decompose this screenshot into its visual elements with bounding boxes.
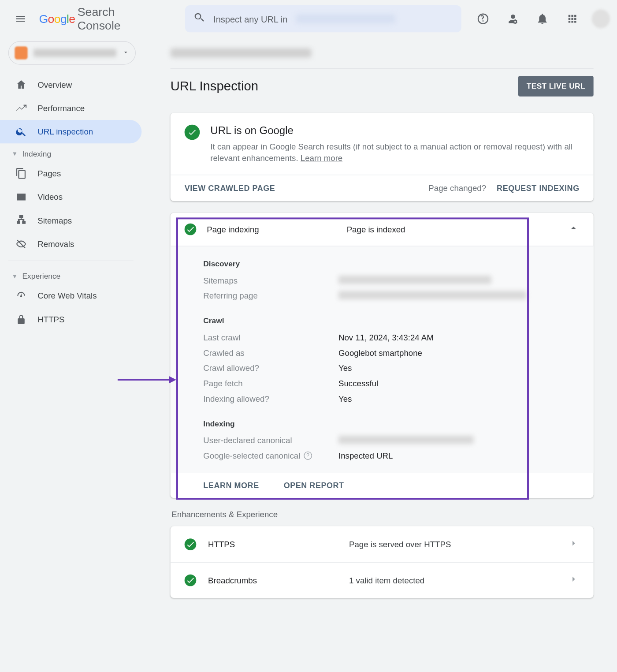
status-title: URL is on Google <box>210 125 579 137</box>
nav-label: Videos <box>37 192 63 202</box>
kv-value: Inspected URL <box>338 451 393 460</box>
pages-icon <box>15 168 27 179</box>
chevron-up-icon <box>568 222 580 236</box>
chevron-down-icon: ▼ <box>12 150 18 157</box>
notifications-icon[interactable] <box>530 6 555 32</box>
kv-key: Crawled as <box>203 348 338 358</box>
kv-key: Last crawl <box>203 333 338 342</box>
nav-label: Performance <box>37 104 85 113</box>
property-favicon <box>15 46 27 59</box>
page-changed-label: Page changed? <box>428 183 486 193</box>
sitemap-icon <box>15 215 27 227</box>
crawl-heading: Crawl <box>171 312 594 330</box>
search-icon <box>15 126 27 138</box>
google-logo: Google <box>39 12 75 26</box>
nav-core-web-vitals[interactable]: Core Web Vitals <box>0 284 141 307</box>
help-icon[interactable]: ? <box>304 452 312 460</box>
nav-sitemaps[interactable]: Sitemaps <box>0 209 141 232</box>
help-icon[interactable] <box>471 6 496 32</box>
page-indexing-body: Discovery Sitemaps Referring page Crawl … <box>171 246 594 473</box>
enhancement-row-breadcrumbs[interactable]: Breadcrumbs 1 valid item detected <box>171 562 594 598</box>
kv-key: Referring page <box>203 291 338 300</box>
speed-icon <box>15 290 27 302</box>
success-check-icon <box>185 539 197 551</box>
trend-icon <box>15 102 27 114</box>
learn-more-link[interactable]: Learn more <box>301 153 342 162</box>
kv-key: Sitemaps <box>203 276 338 285</box>
product-name: Search Console <box>78 5 157 32</box>
inspected-url-breadcrumb <box>171 41 594 64</box>
row-value: Page is served over HTTPS <box>349 540 451 549</box>
row-value: 1 valid item detected <box>349 576 424 585</box>
success-check-icon <box>185 125 200 140</box>
nav-label: Pages <box>37 169 61 178</box>
kv-key: Google-selected canonical ? <box>203 451 338 460</box>
chevron-down-icon <box>122 48 129 58</box>
chevron-right-icon <box>568 538 580 552</box>
nav-label: Overview <box>37 80 72 89</box>
kv-value: Yes <box>338 363 352 373</box>
nav-performance[interactable]: Performance <box>0 97 141 120</box>
property-selector[interactable] <box>8 41 136 64</box>
url-inspect-search[interactable]: Inspect any URL in <box>185 5 461 32</box>
page-indexing-card: Page indexing Page is indexed Discovery … <box>171 213 594 498</box>
product-logo: Google Search Console <box>39 5 157 32</box>
account-avatar[interactable] <box>592 9 610 28</box>
test-live-url-button[interactable]: TEST LIVE URL <box>518 76 594 97</box>
search-domain-blurred <box>296 14 396 23</box>
success-check-icon <box>185 575 197 586</box>
home-icon <box>15 79 27 91</box>
nav-videos[interactable]: Videos <box>0 185 141 209</box>
kv-value: Successful <box>338 379 378 388</box>
nav-section-label: Indexing <box>22 149 52 158</box>
user-settings-icon[interactable] <box>500 6 525 32</box>
enhancement-row-https[interactable]: HTTPS Page is served over HTTPS <box>171 526 594 562</box>
nav-section-indexing[interactable]: ▼ Indexing <box>0 143 141 161</box>
discovery-heading: Discovery <box>171 255 594 273</box>
kv-key: Crawl allowed? <box>203 363 338 373</box>
nav-url-inspection[interactable]: URL inspection <box>0 120 141 143</box>
search-icon <box>193 12 205 26</box>
learn-more-button[interactable]: LEARN MORE <box>203 481 259 490</box>
nav-label: Removals <box>37 239 74 249</box>
nav-label: URL inspection <box>37 127 93 136</box>
apps-icon[interactable] <box>560 6 585 32</box>
nav-section-experience[interactable]: ▼ Experience <box>0 266 141 284</box>
nav-label: HTTPS <box>37 314 64 324</box>
kv-value-blurred <box>338 291 527 299</box>
indexing-heading: Indexing <box>171 414 594 433</box>
annotation-arrow <box>118 374 176 386</box>
kv-value-blurred <box>338 436 474 444</box>
request-indexing-button[interactable]: REQUEST INDEXING <box>497 184 580 193</box>
removals-icon <box>15 238 27 250</box>
page-indexing-header[interactable]: Page indexing Page is indexed <box>171 213 594 246</box>
kv-value: Nov 11, 2024, 3:43:24 AM <box>338 333 434 342</box>
kv-key: Indexing allowed? <box>203 394 338 403</box>
nav-overview[interactable]: Overview <box>0 73 141 96</box>
nav-label: Sitemaps <box>37 216 72 225</box>
hamburger-menu[interactable] <box>7 5 34 33</box>
kv-key: Page fetch <box>203 379 338 388</box>
view-crawled-page-button[interactable]: VIEW CRAWLED PAGE <box>185 184 275 193</box>
nav-label: Core Web Vitals <box>37 291 97 300</box>
page-title: URL Inspection <box>171 78 258 94</box>
url-on-google-card: URL is on Google It can appear in Google… <box>171 113 594 201</box>
sidebar: Overview Performance URL inspection ▼ In… <box>0 37 150 334</box>
chevron-right-icon <box>568 573 580 587</box>
inspected-url-blurred <box>171 48 312 57</box>
kv-value-blurred <box>338 276 491 284</box>
nav-https[interactable]: HTTPS <box>0 307 141 331</box>
open-report-button[interactable]: OPEN REPORT <box>284 481 344 490</box>
video-icon <box>15 191 27 203</box>
nav-pages[interactable]: Pages <box>0 162 141 185</box>
success-check-icon <box>185 224 197 235</box>
section-value: Page is indexed <box>347 225 405 234</box>
status-description: It can appear in Google Search results (… <box>210 141 579 164</box>
section-label: Page indexing <box>207 225 336 234</box>
property-name-blurred <box>33 49 116 57</box>
row-label: Breadcrumbs <box>208 576 337 585</box>
kv-value: Yes <box>338 394 352 403</box>
row-label: HTTPS <box>208 540 337 549</box>
nav-removals[interactable]: Removals <box>0 232 141 256</box>
kv-value: Googlebot smartphone <box>338 348 422 358</box>
